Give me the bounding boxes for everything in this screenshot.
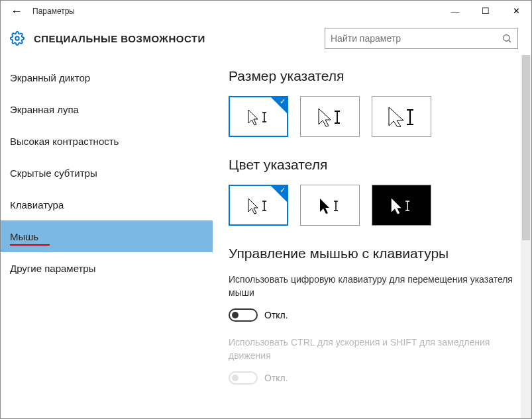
cursor-icon — [385, 195, 418, 216]
ctrl-shift-description: Использовать CTRL для ускорения и SHIFT … — [229, 336, 515, 362]
check-icon — [271, 186, 287, 202]
cursor-icon — [242, 195, 275, 216]
pointer-size-heading: Размер указателя — [229, 68, 515, 84]
window-title: Параметры — [32, 7, 75, 16]
close-button[interactable]: ✕ — [501, 1, 531, 22]
cursor-icon — [313, 106, 346, 127]
content-pane: Размер указателя Цвет указателя — [213, 55, 531, 418]
sidebar-item-high-contrast[interactable]: Высокая контрастность — [1, 125, 213, 157]
maximize-button[interactable]: ☐ — [470, 1, 501, 22]
page-title: СПЕЦИАЛЬНЫЕ ВОЗМОЖНОСТИ — [34, 33, 205, 44]
search-input[interactable] — [331, 33, 502, 44]
pointer-color-white[interactable] — [229, 185, 288, 226]
sidebar-item-captions[interactable]: Скрытые субтитры — [1, 157, 213, 189]
cursor-icon — [313, 195, 346, 216]
sidebar-item-label: Мышь — [10, 231, 38, 242]
search-box[interactable] — [325, 28, 518, 49]
pointer-color-heading: Цвет указателя — [229, 157, 515, 173]
sidebar-item-magnifier[interactable]: Экранная лупа — [1, 93, 213, 125]
cursor-icon — [385, 106, 418, 127]
toggle-label: Откл. — [264, 373, 288, 383]
check-icon — [271, 97, 287, 113]
sidebar-item-label: Клавиатура — [10, 199, 64, 210]
sidebar-item-label: Экранная лупа — [10, 104, 79, 115]
sidebar: Экранный диктор Экранная лупа Высокая ко… — [1, 55, 213, 418]
pointer-color-black[interactable] — [300, 185, 360, 226]
svg-point-1 — [504, 35, 509, 41]
gear-icon — [10, 31, 25, 46]
pointer-color-inverted[interactable] — [372, 185, 431, 226]
sidebar-item-label: Скрытые субтитры — [10, 167, 97, 179]
toggle-label: Откл. — [264, 310, 288, 320]
sidebar-item-narrator[interactable]: Экранный диктор — [1, 62, 213, 93]
scrollbar[interactable] — [521, 55, 531, 418]
minimize-button[interactable]: — — [440, 1, 470, 22]
sidebar-item-other[interactable]: Другие параметры — [1, 252, 213, 284]
mouse-keys-toggle[interactable] — [229, 308, 258, 322]
sidebar-item-label: Экранный диктор — [10, 72, 90, 83]
pointer-size-large[interactable] — [372, 96, 431, 137]
pointer-size-small[interactable] — [229, 96, 288, 137]
pointer-size-medium[interactable] — [300, 96, 360, 137]
sidebar-item-mouse[interactable]: Мышь — [1, 220, 213, 252]
sidebar-item-label: Другие параметры — [10, 263, 96, 274]
cursor-icon — [242, 106, 275, 127]
svg-line-2 — [509, 40, 511, 42]
sidebar-item-keyboard[interactable]: Клавиатура — [1, 189, 213, 220]
mouse-keys-heading: Управление мышью с клавиатуры — [229, 246, 515, 261]
svg-point-0 — [15, 36, 19, 40]
ctrl-shift-toggle — [229, 371, 258, 385]
search-icon — [502, 33, 512, 44]
mouse-keys-description: Использовать цифровую клавиатуру для пер… — [229, 273, 515, 299]
sidebar-item-label: Высокая контрастность — [10, 136, 119, 147]
back-button[interactable]: ← — [6, 1, 27, 22]
scrollbar-thumb[interactable] — [522, 55, 530, 240]
